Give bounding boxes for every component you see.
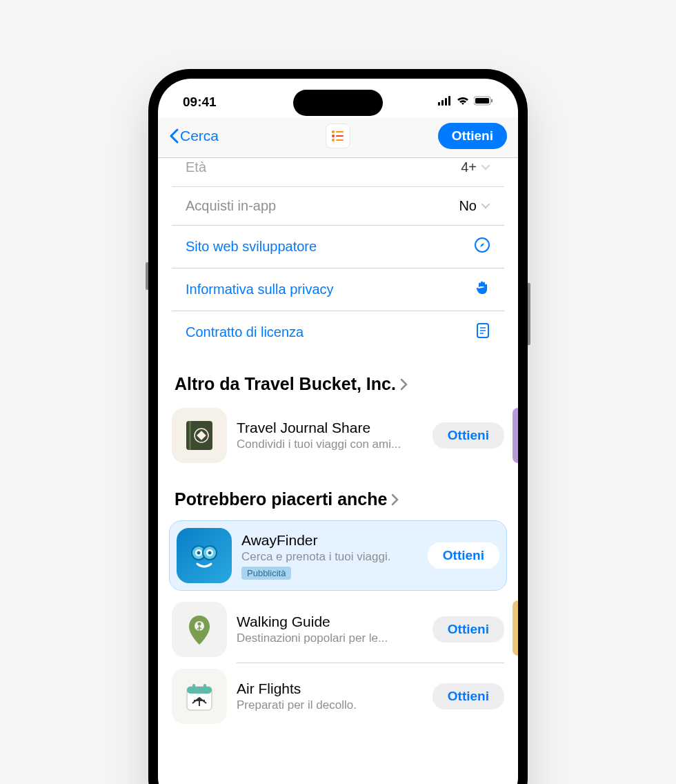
app-name: AwayFinder — [241, 532, 418, 549]
section-title: Altro da Travel Bucket, Inc. — [175, 374, 396, 394]
svg-rect-3 — [448, 96, 450, 106]
svg-rect-10 — [336, 135, 344, 137]
svg-rect-5 — [475, 98, 489, 104]
link-label: Sito web sviluppatore — [186, 239, 317, 255]
svg-point-28 — [198, 623, 201, 626]
back-label: Cerca — [180, 128, 219, 144]
app-name: Walking Guide — [237, 614, 423, 630]
svg-rect-8 — [336, 131, 344, 133]
svg-point-25 — [197, 551, 201, 555]
next-app-peek[interactable] — [513, 408, 518, 463]
app-info: Walking Guide Destinazioni popolari per … — [237, 614, 423, 645]
get-button[interactable]: Ottieni — [433, 616, 504, 643]
next-app-peek[interactable] — [513, 600, 518, 656]
app-row-travel-journal[interactable]: Travel Journal Share Condividi i tuoi vi… — [158, 402, 518, 469]
app-row-walking-guide[interactable]: Walking Guide Destinazioni popolari per … — [158, 596, 518, 663]
link-privacy-policy[interactable]: Informativa sulla privacy — [172, 268, 504, 311]
app-info: Travel Journal Share Condividi i tuoi vi… — [237, 420, 423, 451]
svg-rect-12 — [336, 139, 344, 141]
info-label: Età — [186, 159, 206, 175]
info-label: Acquisti in-app — [186, 198, 276, 214]
link-developer-site[interactable]: Sito web sviluppatore — [172, 226, 504, 268]
get-button[interactable]: Ottieni — [433, 683, 504, 709]
app-description: Preparati per il decollo. — [237, 698, 423, 712]
app-info: AwayFinder Cerca e prenota i tuoi viaggi… — [241, 532, 418, 580]
app-row-air-flights[interactable]: Air Flights Preparati per il decollo. Ot… — [158, 663, 518, 729]
link-label: Contratto di licenza — [186, 324, 304, 340]
info-value: 4+ — [461, 159, 490, 175]
screen: 09:41 Cerca — [158, 79, 518, 784]
cellular-signal-icon — [438, 96, 452, 108]
dynamic-island — [293, 90, 383, 116]
svg-rect-19 — [189, 421, 191, 450]
section-title: Potrebbero piacerti anche — [175, 489, 387, 509]
app-description: Destinazioni popolari per le... — [237, 631, 423, 645]
nav-bar: Cerca Ottieni — [158, 117, 518, 158]
get-button[interactable]: Ottieni — [428, 542, 499, 569]
get-button[interactable]: Ottieni — [433, 422, 504, 449]
app-icon — [172, 602, 227, 657]
wifi-icon — [456, 96, 470, 108]
list-icon — [330, 128, 346, 144]
app-row-awayfinder-ad[interactable]: AwayFinder Cerca e prenota i tuoi viaggi… — [169, 520, 507, 591]
svg-point-7 — [332, 130, 335, 133]
chevron-left-icon — [169, 128, 179, 144]
svg-rect-6 — [491, 99, 493, 103]
back-button[interactable]: Cerca — [169, 128, 219, 144]
svg-rect-32 — [203, 684, 206, 689]
phone-frame: 09:41 Cerca — [148, 69, 528, 784]
info-row-age[interactable]: Età 4+ — [172, 158, 504, 187]
app-description: Cerca e prenota i tuoi viaggi. — [241, 550, 418, 564]
svg-rect-2 — [445, 98, 447, 106]
svg-point-11 — [332, 139, 335, 141]
app-icon-small[interactable] — [326, 124, 350, 148]
app-name: Air Flights — [237, 680, 423, 697]
info-row-iap[interactable]: Acquisti in-app No — [172, 187, 504, 226]
chevron-down-icon — [481, 204, 490, 209]
status-icons — [438, 96, 493, 108]
app-name: Travel Journal Share — [237, 420, 423, 436]
section-header-you-might-like[interactable]: Potrebbero piacerti anche — [158, 469, 518, 518]
hand-icon — [474, 280, 490, 300]
svg-point-26 — [208, 551, 212, 555]
link-license[interactable]: Contratto di licenza — [172, 311, 504, 353]
app-icon — [172, 408, 227, 463]
svg-rect-30 — [187, 687, 212, 694]
section-header-more-from[interactable]: Altro da Travel Bucket, Inc. — [158, 353, 518, 402]
svg-rect-1 — [441, 100, 444, 106]
link-label: Informativa sulla privacy — [186, 282, 334, 297]
chevron-down-icon — [481, 165, 490, 170]
app-icon — [172, 669, 227, 724]
chevron-right-icon — [400, 378, 408, 391]
battery-icon — [474, 96, 493, 108]
app-description: Condividi i tuoi viaggi con ami... — [237, 438, 423, 451]
content-scroll[interactable]: Età 4+ Acquisti in-app No Sito web svilu… — [158, 158, 518, 729]
ad-badge: Pubblicità — [241, 567, 291, 580]
svg-point-9 — [332, 135, 335, 137]
compass-icon — [474, 237, 490, 257]
info-value: No — [459, 198, 490, 214]
app-info: Air Flights Preparati per il decollo. — [237, 680, 423, 712]
svg-rect-0 — [438, 102, 440, 106]
svg-rect-31 — [192, 684, 195, 689]
app-icon — [177, 528, 232, 583]
get-button-header[interactable]: Ottieni — [438, 123, 507, 149]
document-icon — [475, 322, 490, 342]
chevron-right-icon — [391, 493, 399, 507]
status-time: 09:41 — [183, 95, 217, 110]
